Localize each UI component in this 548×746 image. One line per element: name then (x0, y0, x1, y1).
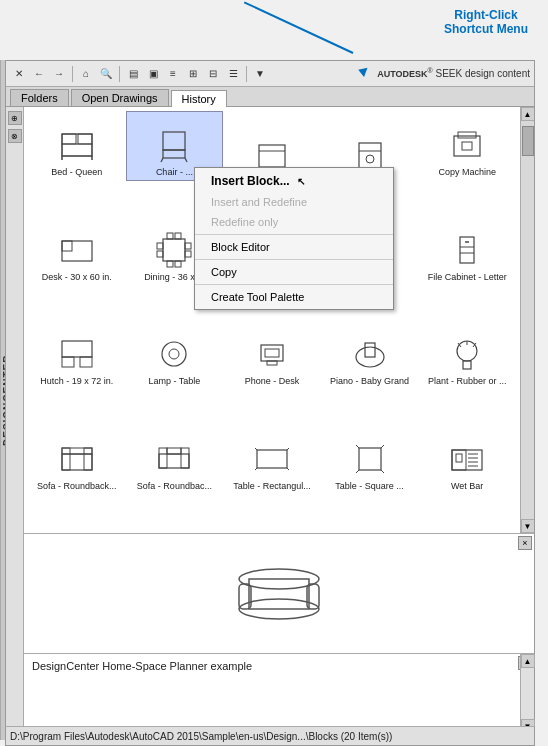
furniture-item-hutch[interactable]: Hutch - 19 x 72 in. (28, 320, 126, 390)
menu-item-redefine-only[interactable]: Redefine only (195, 212, 393, 232)
menu-item-copy[interactable]: Copy (195, 262, 393, 282)
furniture-item-table-sq[interactable]: Table - Square ... (321, 425, 419, 495)
svg-line-64 (287, 468, 289, 470)
svg-rect-27 (167, 261, 173, 267)
svg-line-61 (255, 448, 257, 450)
callout-annotation: Right-Click Shortcut Menu (444, 8, 528, 36)
svg-point-14 (366, 155, 374, 163)
tab-history[interactable]: History (171, 90, 227, 107)
chair-icon (154, 125, 194, 165)
content-area: ⊕ ⊗ (6, 107, 534, 733)
callout-line2: Shortcut Menu (444, 22, 528, 36)
search-btn[interactable]: 🔍 (97, 65, 115, 83)
svg-line-68 (356, 470, 359, 473)
svg-rect-44 (267, 361, 277, 365)
furniture-item-lamp[interactable]: Lamp - Table (126, 320, 224, 390)
preview-close-btn[interactable]: × (518, 536, 532, 550)
tab-folders[interactable]: Folders (10, 89, 69, 106)
forward-btn[interactable]: → (50, 65, 68, 83)
sofa2-label: Sofa - Roundbac... (137, 481, 212, 492)
table-sq-icon (350, 439, 390, 479)
description-text: DesignCenter Home-Space Planner example (24, 654, 534, 678)
furniture-item-phone[interactable]: Phone - Desk (223, 320, 321, 390)
furniture-item-copy-machine[interactable]: Copy Machine (418, 111, 516, 181)
svg-rect-6 (163, 132, 185, 150)
plant-label: Plant - Rubber or ... (428, 376, 507, 387)
toolbar: ✕ ← → ⌂ 🔍 ▤ ▣ ≡ ⊞ ⊟ ☰ ▼ AUTODESK® SEEK d… (6, 61, 534, 87)
menu-item-insert-redefine[interactable]: Insert and Redefine (195, 192, 393, 212)
wet-bar-icon (447, 439, 487, 479)
sidebar-icon-1[interactable]: ⊕ (8, 111, 22, 125)
sep3 (246, 66, 247, 82)
views2-btn[interactable]: ⊟ (204, 65, 222, 83)
hutch-label: Hutch - 19 x 72 in. (40, 376, 113, 387)
tabs-bar: Folders Open Drawings History (6, 87, 534, 107)
svg-rect-25 (167, 233, 173, 239)
furniture-item-desk[interactable]: Desk - 30 x 60 in. (28, 216, 126, 286)
lamp-label: Lamp - Table (148, 376, 200, 387)
scroll-up-btn[interactable]: ▲ (521, 107, 535, 121)
svg-rect-72 (456, 454, 462, 462)
furniture-item-piano[interactable]: Piano - Baby Grand (321, 320, 419, 390)
scroll-down-btn[interactable]: ▼ (521, 519, 535, 533)
dropdown-btn[interactable]: ▼ (251, 65, 269, 83)
svg-rect-16 (458, 132, 476, 138)
svg-rect-3 (62, 144, 92, 156)
status-bar: D:\Program Files\Autodesk\AutoCAD 2015\S… (5, 726, 535, 746)
svg-rect-56 (159, 454, 189, 468)
insert-block-label: Insert Block... (211, 174, 290, 188)
svg-rect-59 (167, 448, 181, 454)
lamp-icon (154, 334, 194, 374)
furniture-item-plant[interactable]: Plant - Rubber or ... (418, 320, 516, 390)
menu-item-block-editor[interactable]: Block Editor (195, 237, 393, 257)
tree-btn[interactable]: ▤ (124, 65, 142, 83)
autodesk-text: AUTODESK (377, 70, 427, 80)
furniture-item-file-cabinet[interactable]: File Cabinet - Letter (418, 216, 516, 286)
sep1 (72, 66, 73, 82)
svg-rect-78 (249, 579, 309, 609)
views3-btn[interactable]: ☰ (224, 65, 242, 83)
preview-btn[interactable]: ▣ (144, 65, 162, 83)
file-cabinet-icon (447, 230, 487, 270)
sep2 (119, 66, 120, 82)
phone-label: Phone - Desk (245, 376, 300, 387)
svg-rect-65 (359, 448, 381, 470)
tab-open-drawings[interactable]: Open Drawings (71, 89, 169, 106)
close-btn[interactable]: ✕ (10, 65, 28, 83)
svg-rect-71 (452, 450, 466, 470)
menu-sep-3 (195, 284, 393, 285)
callout-line1: Right-Click (444, 8, 528, 22)
svg-rect-42 (261, 345, 283, 361)
menu-item-insert-block[interactable]: Insert Block... ↖ (195, 170, 393, 192)
svg-rect-19 (62, 241, 72, 251)
dining-icon (154, 230, 194, 270)
sidebar-icon-2[interactable]: ⊗ (8, 129, 22, 143)
desc-scrollbar: ▲ ▼ (520, 654, 534, 733)
main-window: ✕ ← → ⌂ 🔍 ▤ ▣ ≡ ⊞ ⊟ ☰ ▼ AUTODESK® SEEK d… (5, 60, 535, 740)
svg-rect-57 (159, 448, 167, 468)
desc-btn[interactable]: ≡ (164, 65, 182, 83)
furniture-item-bed-queen[interactable]: Bed - Queen (28, 111, 126, 181)
menu-item-create-tool-palette[interactable]: Create Tool Palette (195, 287, 393, 307)
scroll-thumb[interactable] (522, 126, 534, 156)
description-pane: × DesignCenter Home-Space Planner exampl… (24, 653, 534, 733)
furniture-item-sofa2[interactable]: Sofa - Roundbac... (126, 425, 224, 495)
back-btn[interactable]: ← (30, 65, 48, 83)
desc-scroll-up[interactable]: ▲ (521, 654, 535, 668)
wet-bar-label: Wet Bar (451, 481, 483, 492)
svg-rect-15 (454, 136, 480, 156)
home-btn[interactable]: ⌂ (77, 65, 95, 83)
furniture-item-table-rect[interactable]: Table - Rectangul... (223, 425, 321, 495)
sofa2-icon (154, 439, 194, 479)
seek-rest-text: SEEK design content (433, 69, 530, 80)
views-btn[interactable]: ⊞ (184, 65, 202, 83)
bed-queen-label: Bed - Queen (51, 167, 102, 178)
furniture-item-sofa1[interactable]: Sofa - Roundback... (28, 425, 126, 495)
svg-rect-22 (185, 243, 191, 249)
grid-area: Bed - Queen Chair - (24, 107, 534, 533)
context-menu: Insert Block... ↖ Insert and Redefine Re… (194, 167, 394, 310)
scroll-track (521, 121, 535, 519)
svg-line-69 (381, 470, 384, 473)
callout-connector-line (244, 1, 354, 54)
furniture-item-wet-bar[interactable]: Wet Bar (418, 425, 516, 495)
